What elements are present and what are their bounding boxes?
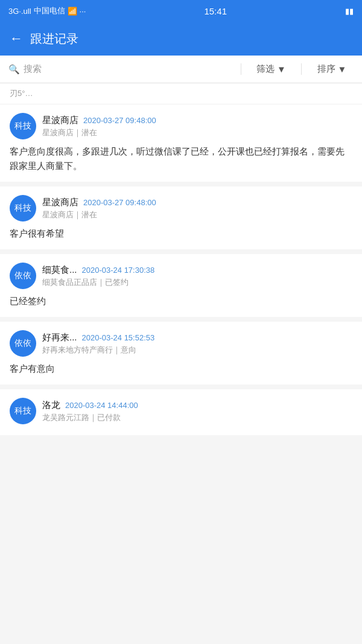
filter-chevron-icon: ▼ (277, 64, 286, 74)
avatar: 依依 (10, 263, 36, 289)
record-content: 已经签约 (10, 294, 352, 308)
record-header: 科技 星波商店 2020-03-27 09:48:00 星波商店｜潜在 (10, 195, 352, 222)
record-header: 科技 星波商店 2020-03-27 09:48:00 星波商店｜潜在 (10, 113, 352, 139)
search-icon: 🔍 (8, 64, 20, 75)
page-title: 跟进记录 (30, 31, 78, 47)
record-time: 2020-03-24 17:30:38 (82, 266, 155, 275)
header: ← 跟进记录 (0, 22, 362, 56)
status-bar-time: 15:41 (204, 6, 227, 16)
record-title-row: 好再来... 2020-03-24 15:52:53 (42, 332, 352, 343)
avatar: 科技 (10, 398, 36, 424)
record-time: 2020-03-24 15:52:53 (82, 333, 155, 342)
avatar: 依依 (10, 330, 36, 357)
record-sub: 龙吴路元江路｜已付款 (42, 412, 352, 423)
record-sub: 细莫食品正品店｜已签约 (42, 277, 352, 288)
status-bar-left: 3G·.ull 中国电信 📶 ··· (8, 5, 86, 16)
record-header: 依依 细莫食... 2020-03-24 17:30:38 细莫食品正品店｜已签… (10, 263, 352, 289)
record-meta: 星波商店 2020-03-27 09:48:00 星波商店｜潜在 (42, 115, 352, 138)
record-header: 依依 好再来... 2020-03-24 15:52:53 好再来地方特产商行｜… (10, 330, 352, 357)
record-card[interactable]: 依依 细莫食... 2020-03-24 17:30:38 细莫食品正品店｜已签… (0, 254, 362, 322)
record-name: 好再来... (42, 332, 77, 343)
record-title-row: 洛龙 2020-03-24 14:44:00 (42, 400, 352, 411)
record-meta: 细莫食... 2020-03-24 17:30:38 细莫食品正品店｜已签约 (42, 264, 352, 288)
record-content: 客户有意向 (10, 362, 352, 376)
back-button[interactable]: ← (10, 31, 23, 46)
status-bar-right: ▮▮ (345, 7, 354, 16)
toolbar: 🔍 搜索 筛选 ▼ 排序 ▼ (0, 56, 362, 83)
wifi-icon: 📶 (68, 7, 77, 16)
records-list: 科技 星波商店 2020-03-27 09:48:00 星波商店｜潜在 客户意向… (0, 104, 362, 440)
avatar: 科技 (10, 113, 36, 139)
status-bar: 3G·.ull 中国电信 📶 ··· 15:41 ▮▮ (0, 0, 362, 22)
record-title-row: 星波商店 2020-03-27 09:48:00 (42, 115, 352, 126)
record-header: 科技 洛龙 2020-03-24 14:44:00 龙吴路元江路｜已付款 (10, 398, 352, 424)
carrier-label: 中国电信 (34, 5, 65, 16)
record-content: 客户意向度很高，多跟进几次，听过微信课了已经，公开课也已经打算报名，需要先跟家里… (10, 144, 352, 173)
record-name: 星波商店 (42, 115, 78, 126)
record-meta: 星波商店 2020-03-27 09:48:00 星波商店｜潜在 (42, 197, 352, 220)
filter-button[interactable]: 筛选 ▼ (241, 63, 302, 75)
more-icon: ··· (80, 7, 86, 16)
signal-icon: 3G·.ull (8, 7, 31, 16)
sort-button[interactable]: 排序 ▼ (302, 63, 362, 75)
filter-label: 筛选 (256, 63, 275, 75)
record-title-row: 星波商店 2020-03-27 09:48:00 (42, 197, 352, 208)
partial-text: 刃5°… (10, 89, 33, 98)
battery-icon: ▮▮ (345, 7, 354, 16)
partial-item: 刃5°… (0, 83, 362, 104)
record-name: 洛龙 (42, 400, 60, 411)
record-name: 细莫食... (42, 264, 77, 276)
record-name: 星波商店 (42, 197, 78, 208)
record-time: 2020-03-27 09:48:00 (83, 198, 156, 207)
record-meta: 好再来... 2020-03-24 15:52:53 好再来地方特产商行｜意向 (42, 332, 352, 355)
record-card[interactable]: 科技 星波商店 2020-03-27 09:48:00 星波商店｜潜在 客户很有… (0, 187, 362, 254)
record-title-row: 细莫食... 2020-03-24 17:30:38 (42, 264, 352, 276)
record-time: 2020-03-27 09:48:00 (83, 116, 156, 125)
record-sub: 星波商店｜潜在 (42, 127, 352, 138)
search-placeholder: 搜索 (24, 63, 42, 75)
record-content: 客户很有希望 (10, 226, 352, 241)
avatar: 科技 (10, 195, 36, 222)
record-card[interactable]: 依依 好再来... 2020-03-24 15:52:53 好再来地方特产商行｜… (0, 322, 362, 389)
record-sub: 星波商店｜潜在 (42, 209, 352, 220)
sort-label: 排序 (317, 63, 335, 75)
record-sub: 好再来地方特产商行｜意向 (42, 345, 352, 355)
record-card[interactable]: 科技 洛龙 2020-03-24 14:44:00 龙吴路元江路｜已付款 (0, 389, 362, 440)
record-card[interactable]: 科技 星波商店 2020-03-27 09:48:00 星波商店｜潜在 客户意向… (0, 104, 362, 187)
search-input[interactable]: 🔍 搜索 (0, 63, 241, 75)
sort-chevron-icon: ▼ (338, 64, 347, 74)
record-meta: 洛龙 2020-03-24 14:44:00 龙吴路元江路｜已付款 (42, 400, 352, 423)
record-time: 2020-03-24 14:44:00 (65, 401, 138, 410)
